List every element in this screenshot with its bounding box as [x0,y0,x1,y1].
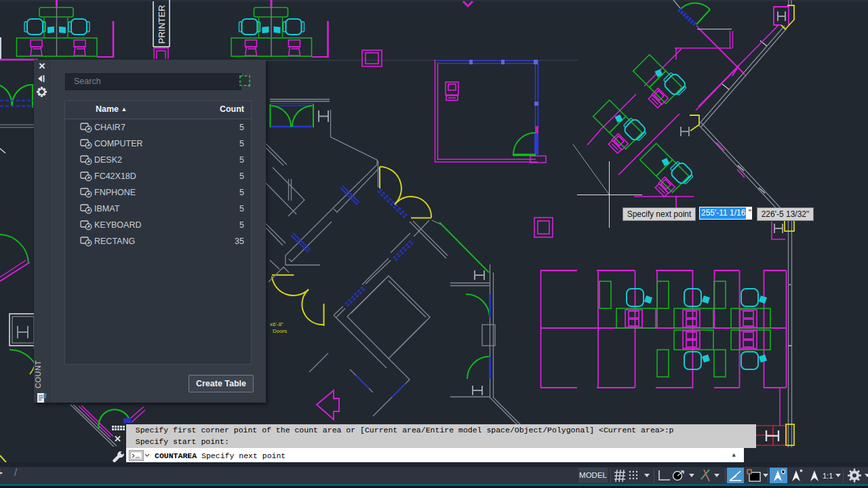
svg-text:Doors: Doors [273,328,287,334]
svg-text:✕: ✕ [114,434,121,444]
svg-text:#: # [43,392,47,400]
svg-text:PRINTER: PRINTER [157,5,167,43]
svg-text:1:1: 1:1 [823,472,833,480]
svg-text:x6'-8": x6'-8" [270,321,283,327]
